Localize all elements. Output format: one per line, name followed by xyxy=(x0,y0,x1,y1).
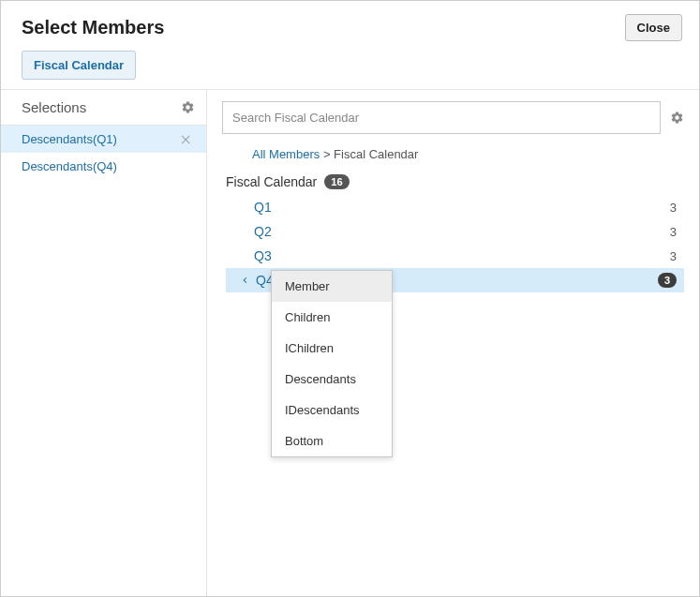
breadcrumb-sep: > xyxy=(323,147,331,161)
remove-icon[interactable] xyxy=(178,133,195,146)
search-input[interactable] xyxy=(222,101,661,134)
dimension-row: Fiscal Calendar xyxy=(1,51,699,89)
selection-label: Descendants(Q4) xyxy=(22,159,117,173)
tree-root-label: Fiscal Calendar xyxy=(226,174,317,189)
selection-label: Descendants(Q1) xyxy=(22,132,117,146)
menu-item-member[interactable]: Member xyxy=(272,271,392,302)
selections-header: Selections xyxy=(1,90,206,126)
fiscal-calendar-button[interactable]: Fiscal Calendar xyxy=(22,51,136,80)
chevron-left-icon[interactable] xyxy=(239,275,250,286)
breadcrumb-current: Fiscal Calendar xyxy=(334,147,418,161)
selection-item[interactable]: Descendants(Q4) xyxy=(1,153,206,180)
menu-item-ichildren[interactable]: IChildren xyxy=(272,333,392,364)
dialog-title: Select Members xyxy=(22,17,164,38)
fx-dropdown-menu: Member Children IChildren Descendants ID… xyxy=(271,270,393,457)
tree-item-label: Q3 xyxy=(254,248,272,263)
breadcrumb: All Members > Fiscal Calendar xyxy=(222,134,684,172)
dialog-body: Selections Descendants(Q1) Descendants(Q… xyxy=(1,89,699,596)
count-badge: 16 xyxy=(324,174,349,189)
tree-item-q1[interactable]: Q1 3 xyxy=(226,195,684,219)
search-row xyxy=(222,101,684,134)
selections-label: Selections xyxy=(22,99,86,115)
tree-item-label: Q2 xyxy=(254,224,272,239)
count-badge: 3 xyxy=(658,273,677,288)
gear-icon[interactable] xyxy=(670,111,684,125)
tree-item-count: 3 xyxy=(670,201,677,215)
dialog-header: Select Members Close xyxy=(1,1,699,51)
gear-icon[interactable] xyxy=(181,100,195,114)
tree-item-q3[interactable]: Q3 3 xyxy=(226,244,684,268)
tree-root-row[interactable]: Fiscal Calendar 16 xyxy=(226,172,684,195)
breadcrumb-root[interactable]: All Members xyxy=(252,147,320,161)
selections-pane: Selections Descendants(Q1) Descendants(Q… xyxy=(1,90,207,596)
menu-item-descendants[interactable]: Descendants xyxy=(272,364,392,395)
tree-item-count: 3 xyxy=(670,225,677,239)
menu-item-idescendants[interactable]: IDescendants xyxy=(272,395,392,425)
menu-item-children[interactable]: Children xyxy=(272,302,392,333)
members-pane: All Members > Fiscal Calendar Fiscal Cal… xyxy=(207,90,699,596)
tree-item-label: Q1 xyxy=(254,200,272,215)
selection-item[interactable]: Descendants(Q1) xyxy=(1,126,206,153)
menu-item-bottom[interactable]: Bottom xyxy=(272,425,392,456)
close-button[interactable]: Close xyxy=(625,14,682,41)
tree-item-q2[interactable]: Q2 3 xyxy=(226,219,684,244)
select-members-dialog: Select Members Close Fiscal Calendar Sel… xyxy=(0,0,700,597)
tree-item-count: 3 xyxy=(670,249,677,263)
